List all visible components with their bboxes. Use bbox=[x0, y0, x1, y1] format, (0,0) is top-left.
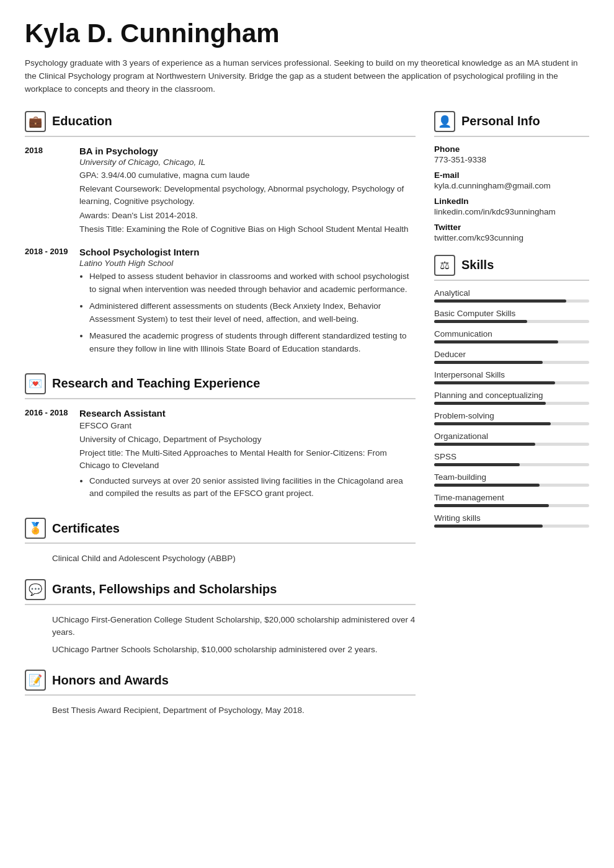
certificates-divider bbox=[25, 542, 416, 544]
grants-divider bbox=[25, 604, 416, 605]
research-grant: EFSCO Grant bbox=[79, 420, 416, 432]
skill-bar-bg-0 bbox=[434, 299, 589, 303]
certificates-section: 🏅 Certificates Clinical Child and Adoles… bbox=[25, 518, 416, 565]
info-twitter: Twitter twitter.com/kc93cunning bbox=[434, 223, 589, 242]
grant-item-1: UChicago Partner Schools Scholarship, $1… bbox=[25, 644, 416, 656]
education-institution-1: University of Chicago, Chicago, IL bbox=[79, 157, 416, 167]
education-thesis: Thesis Title: Examining the Role of Cogn… bbox=[79, 223, 416, 236]
skill-bar-fill-5 bbox=[434, 402, 546, 405]
skill-item-3: Deducer bbox=[434, 350, 589, 364]
skill-name-7: Organizational bbox=[434, 432, 589, 441]
personal-info-section: 👤 Personal Info Phone 773-351-9338 E-mai… bbox=[434, 111, 589, 242]
education-section: 💼 Education 2018 BA in Psychology Univer… bbox=[25, 111, 416, 360]
resume-summary: Psychology graduate with 3 years of expe… bbox=[25, 57, 589, 96]
skill-item-10: Time-management bbox=[434, 493, 589, 507]
research-date-1: 2016 - 2018 bbox=[25, 408, 69, 505]
skill-name-1: Basic Computer Skills bbox=[434, 309, 589, 318]
skill-item-6: Problem-solving bbox=[434, 411, 589, 425]
skill-item-4: Interpersonal Skills bbox=[434, 370, 589, 384]
skill-bar-fill-6 bbox=[434, 422, 551, 425]
skill-name-11: Writing skills bbox=[434, 513, 589, 523]
skill-name-8: SPSS bbox=[434, 452, 589, 461]
phone-value: 773-351-9338 bbox=[434, 155, 486, 164]
edu-bullet-2-1: Administered different assessments on st… bbox=[89, 300, 416, 326]
edu-bullet-2-0: Helped to assess student behavior in cla… bbox=[89, 270, 416, 296]
skill-bar-bg-11 bbox=[434, 525, 589, 528]
certificates-icon: 🏅 bbox=[25, 518, 46, 539]
education-entry-2: 2018 - 2019 School Psychologist Intern L… bbox=[25, 247, 416, 360]
skill-item-2: Communication bbox=[434, 329, 589, 343]
personal-info-title: Personal Info bbox=[461, 114, 540, 128]
education-title: Education bbox=[52, 114, 112, 128]
skill-bar-bg-6 bbox=[434, 422, 589, 425]
skills-icon: ⚖ bbox=[434, 255, 455, 276]
skill-bar-bg-8 bbox=[434, 463, 589, 466]
skill-name-4: Interpersonal Skills bbox=[434, 370, 589, 379]
education-gpa: GPA: 3.94/4.00 cumulative, magna cum lau… bbox=[79, 169, 416, 182]
education-role-2: School Psychologist Intern bbox=[79, 247, 416, 257]
skill-bar-fill-8 bbox=[434, 463, 520, 466]
research-header: 💌 Research and Teaching Experience bbox=[25, 373, 416, 394]
email-value: kyla.d.cunningham@gmail.com bbox=[434, 181, 551, 190]
info-phone: Phone 773-351-9338 bbox=[434, 144, 589, 164]
skill-name-6: Problem-solving bbox=[434, 411, 589, 420]
skill-name-10: Time-management bbox=[434, 493, 589, 502]
personal-info-divider bbox=[434, 136, 589, 137]
skill-bar-fill-2 bbox=[434, 340, 558, 343]
education-content-1: BA in Psychology University of Chicago, … bbox=[79, 146, 416, 237]
research-bullets: Conducted surveys at over 20 senior assi… bbox=[89, 475, 416, 501]
research-section: 💌 Research and Teaching Experience 2016 … bbox=[25, 373, 416, 505]
skill-bar-bg-4 bbox=[434, 381, 589, 384]
skill-bar-fill-11 bbox=[434, 525, 543, 528]
email-label: E-mail bbox=[434, 170, 589, 180]
skill-bar-fill-1 bbox=[434, 320, 527, 323]
skill-bar-fill-0 bbox=[434, 299, 566, 303]
skill-item-9: Team-building bbox=[434, 472, 589, 487]
research-divider bbox=[25, 398, 416, 399]
skills-title: Skills bbox=[461, 258, 494, 272]
research-title: Research and Teaching Experience bbox=[52, 376, 260, 391]
skill-item-1: Basic Computer Skills bbox=[434, 309, 589, 323]
skill-bar-bg-10 bbox=[434, 504, 589, 507]
skill-bar-bg-5 bbox=[434, 402, 589, 405]
skill-bar-bg-1 bbox=[434, 320, 589, 323]
edu-bullet-2-2: Measured the academic progress of studen… bbox=[89, 330, 416, 356]
skill-bar-bg-2 bbox=[434, 340, 589, 343]
skill-name-5: Planning and conceptualizing bbox=[434, 391, 589, 400]
honors-header: 📝 Honors and Awards bbox=[25, 670, 416, 691]
skill-name-3: Deducer bbox=[434, 350, 589, 359]
linkedin-label: LinkedIn bbox=[434, 197, 589, 206]
honors-divider bbox=[25, 694, 416, 696]
grants-icon: 💬 bbox=[25, 579, 46, 600]
grants-section: 💬 Grants, Fellowships and Scholarships U… bbox=[25, 579, 416, 657]
skill-name-9: Team-building bbox=[434, 472, 589, 482]
skills-divider bbox=[434, 280, 589, 281]
skill-name-2: Communication bbox=[434, 329, 589, 339]
skills-list: Analytical Basic Computer Skills Communi… bbox=[434, 288, 589, 528]
skill-bar-fill-10 bbox=[434, 504, 549, 507]
skill-bar-bg-9 bbox=[434, 484, 589, 487]
info-linkedin: LinkedIn linkedin.com/in/kdc93unningham bbox=[434, 197, 589, 216]
honors-section: 📝 Honors and Awards Best Thesis Award Re… bbox=[25, 670, 416, 717]
education-date-2: 2018 - 2019 bbox=[25, 247, 69, 360]
personal-info-icon: 👤 bbox=[434, 111, 455, 132]
skill-bar-bg-3 bbox=[434, 361, 589, 364]
education-header: 💼 Education bbox=[25, 111, 416, 132]
research-icon: 💌 bbox=[25, 373, 46, 394]
twitter-label: Twitter bbox=[434, 223, 589, 232]
skill-bar-bg-7 bbox=[434, 443, 589, 446]
research-content-1: Research Assistant EFSCO Grant Universit… bbox=[79, 408, 416, 505]
research-department: University of Chicago, Department of Psy… bbox=[79, 433, 416, 446]
personal-info-header: 👤 Personal Info bbox=[434, 111, 589, 132]
research-bullet-0: Conducted surveys at over 20 senior assi… bbox=[89, 475, 416, 501]
skill-item-5: Planning and conceptualizing bbox=[434, 391, 589, 405]
grants-header: 💬 Grants, Fellowships and Scholarships bbox=[25, 579, 416, 600]
certificate-item-0: Clinical Child and Adolescent Psychology… bbox=[25, 552, 416, 565]
honor-item-0: Best Thesis Award Recipient, Department … bbox=[25, 704, 416, 717]
skill-bar-fill-4 bbox=[434, 381, 555, 384]
certificates-title: Certificates bbox=[52, 521, 120, 536]
skills-header: ⚖ Skills bbox=[434, 255, 589, 276]
education-school-2: Latino Youth High School bbox=[79, 259, 416, 268]
education-bullets-2: Helped to assess student behavior in cla… bbox=[89, 270, 416, 356]
skill-bar-fill-7 bbox=[434, 443, 535, 446]
